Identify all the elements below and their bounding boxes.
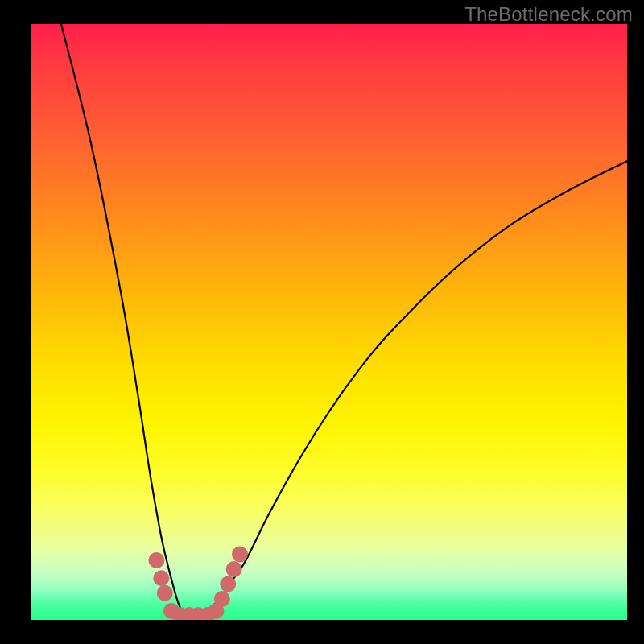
curve-marker-dot bbox=[226, 561, 242, 577]
curve-marker-dot bbox=[220, 576, 236, 592]
bottleneck-curve-line bbox=[61, 24, 627, 614]
curve-marker-dot bbox=[157, 585, 173, 601]
watermark-text: TheBottleneck.com bbox=[464, 3, 633, 26]
curve-marker-dot bbox=[214, 591, 230, 607]
curve-marker-dot bbox=[148, 552, 164, 568]
chart-frame: TheBottleneck.com bbox=[0, 0, 644, 644]
curve-markers bbox=[148, 547, 248, 620]
curve-marker-dot bbox=[232, 547, 248, 563]
curve-marker-dot bbox=[153, 570, 169, 586]
curve-svg bbox=[31, 24, 627, 620]
plot-area bbox=[31, 24, 627, 620]
